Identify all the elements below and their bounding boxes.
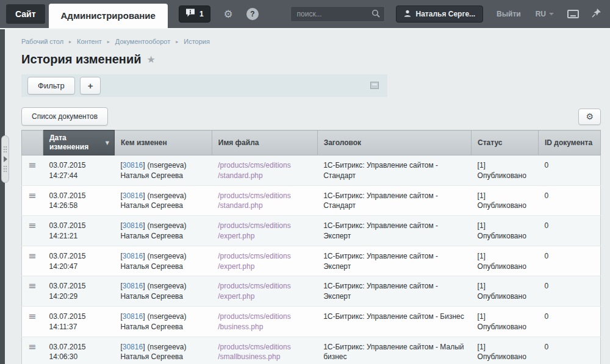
file-name-link[interactable]: /standard.php [218,171,311,181]
pin-icon[interactable] [591,8,601,21]
column-header-status[interactable]: Статус [472,130,539,155]
row-date: 03.07.2015 [49,312,108,322]
table-row[interactable]: ≡ 03.07.2015 14:27:44 [30816](nsergeeva)… [22,155,601,186]
row-menu-icon[interactable]: ≡ [28,341,36,352]
user-full-name: Наталья Сергеева [120,322,206,332]
file-name-link[interactable]: /expert.php [218,231,311,241]
gear-icon[interactable]: ⚙ [224,9,233,20]
row-menu-icon[interactable]: ≡ [28,280,36,291]
language-selector[interactable]: RU [536,10,554,18]
search-icon[interactable] [371,9,381,21]
gear-icon: ⚙ [586,112,594,121]
filter-button[interactable]: Фильтр [27,77,75,95]
user-full-name: Наталья Сергеева [120,352,206,362]
file-dir-link[interactable]: /products/cms/editions [218,160,311,171]
user-id-link[interactable]: 30816 [123,252,143,260]
breadcrumb-item-workflow[interactable]: Документооборот [115,38,170,45]
notifications-button[interactable]: 1 [179,5,210,23]
column-header-title[interactable]: Заголовок [317,130,471,155]
tab-admin[interactable]: Администрирование [49,4,168,28]
file-name-link[interactable]: /expert.php [218,262,311,272]
topbar: Сайт Администрирование 1 ⚙ ? Наталья Сер… [0,0,610,28]
row-status-cell: [1] Опубликовано [472,337,539,364]
filter-window-icon[interactable] [370,82,379,89]
row-time: 14:06:30 [49,352,108,362]
file-dir-link[interactable]: /products/cms/editions [218,312,311,322]
file-dir-link[interactable]: /products/cms/editions [218,281,311,291]
user-id-link[interactable]: 30816 [123,191,143,200]
column-header-file[interactable]: Имя файла [212,130,317,155]
table-row[interactable]: ≡ 03.07.2015 14:26:58 [30816](nsergeeva)… [22,185,601,216]
row-title-cell: 1С-Битрикс: Управление сайтом - Малый би… [317,337,471,364]
table-row[interactable]: ≡ 03.07.2015 14:06:30 [30816](nsergeeva)… [22,337,601,364]
column-header-menu [22,130,43,155]
file-name-link[interactable]: /standard.php [218,201,311,211]
table-row[interactable]: ≡ 03.07.2015 14:20:47 [30816](nsergeeva)… [22,246,601,276]
favorite-star-icon[interactable]: ★ [147,54,156,65]
row-date: 03.07.2015 [49,160,108,171]
grid-toolbar: Список документов ⚙ [21,107,601,126]
column-header-who[interactable]: Кем изменен [114,130,212,155]
row-status-cell: [1] Опубликовано [472,276,539,307]
breadcrumb-item-desktop[interactable]: Рабочий стол [21,38,63,45]
filter-bar: Фильтр + [21,74,387,97]
row-date-cell: 03.07.2015 14:26:58 [43,185,114,216]
tab-site[interactable]: Сайт [6,4,45,24]
table-row[interactable]: ≡ 03.07.2015 14:11:37 [30816](nsergeeva)… [22,306,601,337]
table-body: ≡ 03.07.2015 14:27:44 [30816](nsergeeva)… [22,155,601,364]
page-title: История изменений [21,52,142,66]
bracket: ] [143,252,145,260]
table-header-row: Дата изменения ▼ Кем изменен Имя файла З… [22,130,601,155]
chevron-down-icon [549,13,554,15]
row-file-cell: /products/cms/editions /standard.php [212,185,317,216]
bracket: ] [143,221,145,230]
file-dir-link[interactable]: /products/cms/editions [218,342,311,352]
history-table: Дата изменения ▼ Кем изменен Имя файла З… [21,130,601,364]
row-file-cell: /products/cms/editions /business.php [212,306,317,337]
row-status-cell: [1] Опубликовано [472,216,539,246]
user-menu-button[interactable]: Наталья Серге... [396,5,484,23]
row-title-cell: 1С-Битрикс: Управление сайтом - Эксперт [317,276,471,307]
row-file-cell: /products/cms/editions /expert.php [212,216,317,246]
user-login: (nsergeeva) [147,343,186,351]
grid-settings-button[interactable]: ⚙ [578,109,601,125]
row-status-cell: [1] Опубликовано [472,246,539,276]
logout-link[interactable]: Выйти [497,10,521,18]
search-input[interactable] [290,6,385,22]
breadcrumb-item-content[interactable]: Контент [77,38,102,45]
user-id-link[interactable]: 30816 [123,221,143,230]
file-name-link[interactable]: /expert.php [218,291,311,302]
user-full-name: Наталья Сергеева [120,262,206,272]
breadcrumb: Рабочий стол ▸ Контент ▸ Документооборот… [21,29,610,45]
file-name-link[interactable]: /smallbusiness.php [218,352,311,362]
table-row[interactable]: ≡ 03.07.2015 14:21:21 [30816](nsergeeva)… [22,216,601,246]
user-id-link[interactable]: 30816 [123,343,143,351]
monitor-icon[interactable] [567,10,579,18]
row-menu-icon[interactable]: ≡ [28,190,36,201]
table-row[interactable]: ≡ 03.07.2015 14:20:29 [30816](nsergeeva)… [22,276,601,307]
row-menu-icon[interactable]: ≡ [28,219,36,231]
row-status-cell: [1] Опубликовано [472,185,539,216]
file-dir-link[interactable]: /products/cms/editions [218,191,311,201]
user-id-link[interactable]: 30816 [123,312,143,321]
row-menu-icon[interactable]: ≡ [28,159,36,171]
user-id-link[interactable]: 30816 [123,282,143,290]
file-name-link[interactable]: /business.php [218,322,311,332]
row-date: 03.07.2015 [49,191,108,201]
user-name: Наталья Серге... [416,10,476,18]
row-menu-icon[interactable]: ≡ [28,250,36,262]
user-id-link[interactable]: 30816 [123,161,143,170]
add-filter-button[interactable]: + [80,77,101,95]
row-menu-icon[interactable]: ≡ [28,310,36,322]
column-header-doc-id[interactable]: ID документа [539,130,601,155]
documents-list-button[interactable]: Список документов [21,107,108,126]
file-dir-link[interactable]: /products/cms/editions [218,221,311,231]
file-dir-link[interactable]: /products/cms/editions [218,251,311,262]
row-who-cell: [30816](nsergeeva) Наталья Сергеева [114,155,212,186]
help-icon[interactable]: ? [246,8,259,20]
bracket: ] [143,312,145,321]
row-who-cell: [30816](nsergeeva) Наталья Сергеева [114,185,212,216]
breadcrumb-item-history[interactable]: История [184,38,210,45]
column-header-date[interactable]: Дата изменения ▼ [43,130,114,155]
row-doc-id-cell: 0 [539,216,601,246]
